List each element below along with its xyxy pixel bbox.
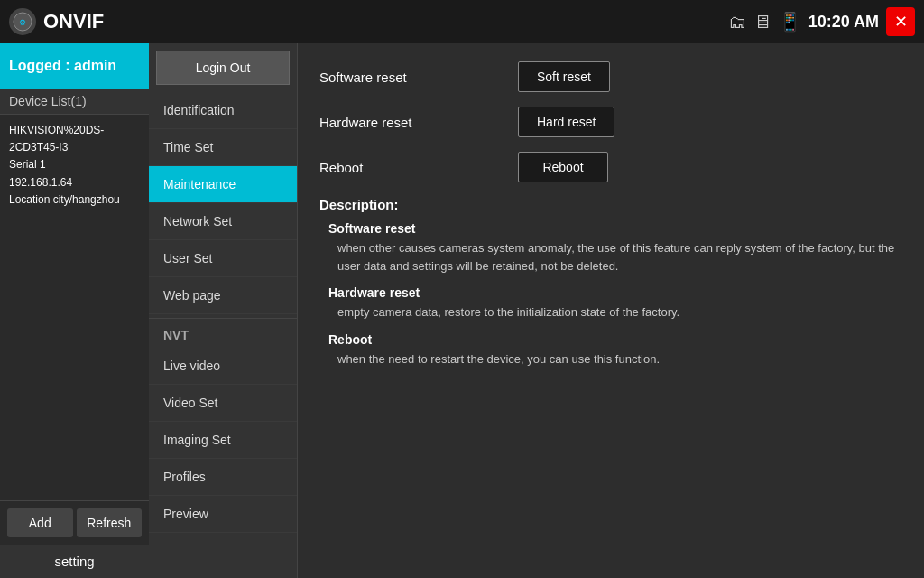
phone-icon: 📱 bbox=[779, 11, 801, 33]
reset-row-reboot: RebootReboot bbox=[319, 152, 902, 182]
title-right: 🗂 🖥 📱 10:20 AM ✕ bbox=[728, 7, 915, 36]
reboot-label: Reboot bbox=[319, 160, 518, 175]
reset-rows: Software resetSoft resetHardware resetHa… bbox=[319, 61, 902, 182]
onvif-logo: ⚙ bbox=[9, 8, 36, 35]
login-out-button[interactable]: Login Out bbox=[156, 51, 290, 85]
desc-subtitle-software-reset: Software reset bbox=[328, 221, 902, 236]
app-title: ONVIF bbox=[43, 10, 104, 33]
nav-item-live-video[interactable]: Live video bbox=[149, 348, 297, 385]
main-layout: Logged : admin Device List(1) HIKVISION%… bbox=[0, 43, 924, 578]
nav-item-profiles[interactable]: Profiles bbox=[149, 459, 297, 496]
desc-text-hardware-reset: empty camera data, restore to the initia… bbox=[337, 303, 902, 322]
reset-row-hardware-reset: Hardware resetHard reset bbox=[319, 107, 902, 137]
nvt-section-header: NVT bbox=[149, 318, 297, 348]
sd-card-icon: 🗂 bbox=[728, 12, 746, 33]
reset-row-software-reset: Software resetSoft reset bbox=[319, 61, 902, 92]
description-section: Description: Software resetwhen other ca… bbox=[319, 197, 902, 368]
add-button[interactable]: Add bbox=[7, 508, 73, 537]
add-refresh-row: Add Refresh bbox=[0, 501, 149, 545]
setting-button[interactable]: setting bbox=[0, 545, 149, 578]
device-list-header: Device List(1) bbox=[0, 89, 149, 115]
desc-text-reboot: when the need to restart the device, you… bbox=[337, 350, 902, 368]
device-location: Location city/hangzhou bbox=[9, 191, 140, 209]
hardware-reset-button[interactable]: Hard reset bbox=[518, 107, 614, 137]
time-display: 10:20 AM bbox=[808, 13, 879, 32]
device-entry[interactable]: HIKVISION%20DS-2CD3T45-I3 Serial 1 192.1… bbox=[0, 115, 149, 501]
software-reset-button[interactable]: Soft reset bbox=[518, 61, 610, 92]
desc-text-software-reset: when other causes cameras system anomaly… bbox=[337, 239, 902, 275]
device-serial: Serial 1 bbox=[9, 156, 140, 173]
title-bar: ⚙ ONVIF 🗂 🖥 📱 10:20 AM ✕ bbox=[0, 0, 924, 43]
nav-items: IdentificationTime SetMaintenanceNetwork… bbox=[149, 92, 297, 314]
nvt-items: Live videoVideo SetImaging SetProfilesPr… bbox=[149, 348, 297, 533]
middle-nav: Login Out IdentificationTime SetMaintena… bbox=[149, 43, 298, 578]
nav-item-web-page[interactable]: Web page bbox=[149, 277, 297, 314]
hardware-reset-label: Hardware reset bbox=[319, 115, 518, 130]
nav-item-time-set[interactable]: Time Set bbox=[149, 129, 297, 166]
sidebar-bottom: Add Refresh setting bbox=[0, 501, 149, 578]
device-ip: 192.168.1.64 bbox=[9, 174, 140, 191]
refresh-button[interactable]: Refresh bbox=[77, 508, 143, 537]
nav-item-preview[interactable]: Preview bbox=[149, 496, 297, 533]
svg-text:⚙: ⚙ bbox=[19, 18, 26, 27]
content-area: Software resetSoft resetHardware resetHa… bbox=[298, 43, 924, 578]
desc-sections: Software resetwhen other causes cameras … bbox=[319, 221, 902, 368]
nav-item-network-set[interactable]: Network Set bbox=[149, 203, 297, 240]
desc-subtitle-hardware-reset: Hardware reset bbox=[328, 285, 902, 300]
reboot-button[interactable]: Reboot bbox=[518, 152, 608, 182]
left-sidebar: Logged : admin Device List(1) HIKVISION%… bbox=[0, 43, 149, 578]
logged-user-label: Logged : admin bbox=[0, 43, 149, 89]
close-button[interactable]: ✕ bbox=[886, 7, 915, 36]
software-reset-label: Software reset bbox=[319, 70, 518, 85]
nav-item-maintenance[interactable]: Maintenance bbox=[149, 166, 297, 203]
device-name: HIKVISION%20DS-2CD3T45-I3 bbox=[9, 122, 140, 156]
description-title: Description: bbox=[319, 197, 902, 212]
nav-item-video-set[interactable]: Video Set bbox=[149, 385, 297, 422]
title-left: ⚙ ONVIF bbox=[9, 8, 104, 35]
desc-subtitle-reboot: Reboot bbox=[328, 332, 902, 347]
nav-item-imaging-set[interactable]: Imaging Set bbox=[149, 422, 297, 459]
nav-item-identification[interactable]: Identification bbox=[149, 92, 297, 129]
monitor-icon: 🖥 bbox=[753, 12, 772, 33]
nav-item-user-set[interactable]: User Set bbox=[149, 240, 297, 277]
